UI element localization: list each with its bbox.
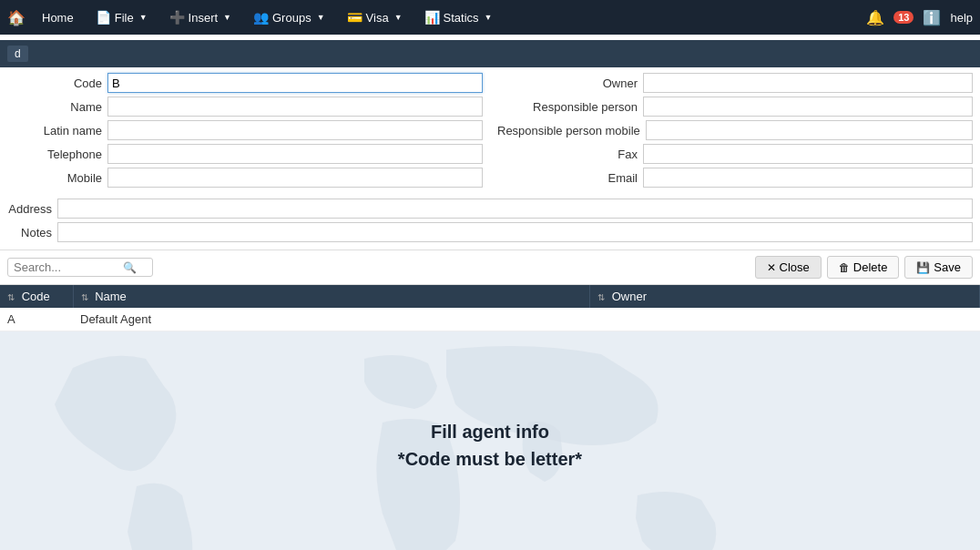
notes-input[interactable] <box>57 222 973 242</box>
form-row-telephone: Telephone <box>7 144 483 164</box>
home-icon[interactable]: 🏠 <box>7 9 26 26</box>
nav-insert[interactable]: ➕ Insert ▼ <box>160 6 240 28</box>
action-bar: d <box>0 40 980 67</box>
name-input[interactable] <box>107 97 483 117</box>
search-input[interactable] <box>14 260 123 274</box>
statics-icon: 📊 <box>424 10 440 25</box>
info-line1: Fill agent info <box>398 418 582 445</box>
responsible-person-input[interactable] <box>643 97 973 117</box>
owner-label: Owner <box>497 76 643 90</box>
statics-caret-icon: ▼ <box>485 13 493 22</box>
code-label: Code <box>7 76 107 90</box>
code-input[interactable] <box>107 73 483 93</box>
email-input[interactable] <box>643 168 973 188</box>
notification-bell-icon[interactable]: 🔔 <box>866 9 884 26</box>
sort-icon-owner: ⇅ <box>597 292 605 302</box>
latin-name-input[interactable] <box>107 120 483 140</box>
telephone-label: Telephone <box>7 148 107 161</box>
col-header-name[interactable]: ⇅ Name <box>73 285 590 308</box>
cell-code: A <box>0 308 73 331</box>
nav-visa-label: Visa <box>366 11 389 25</box>
form-row-code: Code <box>7 73 483 93</box>
form-row-latin-name: Latin name <box>7 120 483 140</box>
form-right: Owner Responsible person Responsible per… <box>490 73 980 191</box>
telephone-input[interactable] <box>107 144 483 164</box>
form-row-address: Address <box>0 199 980 219</box>
navbar: 🏠 Home 📄 File ▼ ➕ Insert ▼ 👥 Groups ▼ 💳 … <box>0 0 980 35</box>
owner-input[interactable] <box>643 73 973 93</box>
form-row-responsible-mobile: Responsible person mobile <box>497 120 973 140</box>
cell-name: Default Agent <box>73 308 590 331</box>
toolbar-bar: 🔍 ✕ Close 🗑 Delete 💾 Save <box>0 250 980 285</box>
save-label: Save <box>934 260 961 274</box>
search-icon: 🔍 <box>123 261 137 274</box>
help-link[interactable]: help <box>950 11 973 25</box>
fill-agent-info: Fill agent info *Code must be letter* <box>398 418 582 473</box>
col-owner-label: Owner <box>612 290 647 303</box>
file-icon: 📄 <box>96 10 111 25</box>
close-label: Close <box>780 260 810 274</box>
form-row-name: Name <box>7 97 483 117</box>
nav-file-label: File <box>115 11 134 25</box>
delete-label: Delete <box>853 260 888 274</box>
nav-home-label: Home <box>42 11 74 25</box>
table-container: ⇅ Code ⇅ Name ⇅ Owner A Default Agent <box>0 285 980 331</box>
world-section: Fill agent info *Code must be letter* <box>0 331 980 550</box>
form-left: Code Name Latin name Telephone Mobile <box>0 73 490 191</box>
form-grid: Code Name Latin name Telephone Mobile <box>0 73 980 199</box>
insert-icon: ➕ <box>169 10 185 25</box>
delete-button[interactable]: 🗑 Delete <box>827 256 900 279</box>
form-row-mobile: Mobile <box>7 168 483 188</box>
cell-owner <box>590 308 980 331</box>
groups-icon: 👥 <box>253 10 269 25</box>
col-header-code[interactable]: ⇅ Code <box>0 285 73 308</box>
form-row-responsible-person: Responsible person <box>497 97 973 117</box>
email-label: Email <box>497 171 643 185</box>
form-row-email: Email <box>497 168 973 188</box>
navbar-right: 🔔 13 ℹ️ help <box>866 9 973 26</box>
responsible-person-mobile-label: Responsible person mobile <box>497 124 646 138</box>
form-panel: d Code Name Latin name Telephone Mobile <box>0 35 980 250</box>
info-line2: *Code must be letter* <box>398 445 582 473</box>
mobile-label: Mobile <box>7 171 107 185</box>
nav-statics[interactable]: 📊 Statics ▼ <box>415 6 502 28</box>
groups-caret-icon: ▼ <box>317 13 325 22</box>
responsible-person-label: Responsible person <box>497 100 643 114</box>
visa-icon: 💳 <box>347 10 362 25</box>
nav-file[interactable]: 📄 File ▼ <box>87 6 157 28</box>
address-label: Address <box>7 202 57 216</box>
agents-table: ⇅ Code ⇅ Name ⇅ Owner A Default Agent <box>0 285 980 331</box>
form-row-owner: Owner <box>497 73 973 93</box>
file-caret-icon: ▼ <box>139 13 148 22</box>
address-input[interactable] <box>57 199 973 219</box>
col-name-label: Name <box>95 290 127 303</box>
save-icon: 💾 <box>916 261 930 274</box>
nav-home[interactable]: Home <box>33 7 83 28</box>
nav-groups[interactable]: 👥 Groups ▼ <box>244 6 334 28</box>
name-label: Name <box>7 100 107 114</box>
info-icon[interactable]: ℹ️ <box>923 9 941 26</box>
nav-statics-label: Statics <box>444 11 479 25</box>
close-button[interactable]: ✕ Close <box>755 256 822 279</box>
col-header-owner[interactable]: ⇅ Owner <box>590 285 980 308</box>
fax-label: Fax <box>497 148 643 161</box>
form-row-fax: Fax <box>497 144 973 164</box>
table-row[interactable]: A Default Agent <box>0 308 980 331</box>
nav-insert-label: Insert <box>189 11 219 25</box>
fax-input[interactable] <box>643 144 973 164</box>
sort-icon-code: ⇅ <box>7 292 15 302</box>
nav-visa[interactable]: 💳 Visa ▼ <box>338 6 412 28</box>
insert-caret-icon: ▼ <box>223 13 231 22</box>
visa-caret-icon: ▼ <box>394 13 403 22</box>
responsible-person-mobile-input[interactable] <box>646 120 973 140</box>
mobile-input[interactable] <box>107 168 483 188</box>
search-box[interactable]: 🔍 <box>7 258 153 277</box>
close-icon: ✕ <box>767 261 776 274</box>
delete-icon: 🗑 <box>839 261 850 274</box>
notes-label: Notes <box>7 226 57 239</box>
nav-groups-label: Groups <box>272 11 311 25</box>
form-row-notes: Notes <box>0 222 980 242</box>
latin-name-label: Latin name <box>7 124 107 138</box>
action-bar-label: d <box>7 46 28 62</box>
save-button[interactable]: 💾 Save <box>904 256 973 279</box>
